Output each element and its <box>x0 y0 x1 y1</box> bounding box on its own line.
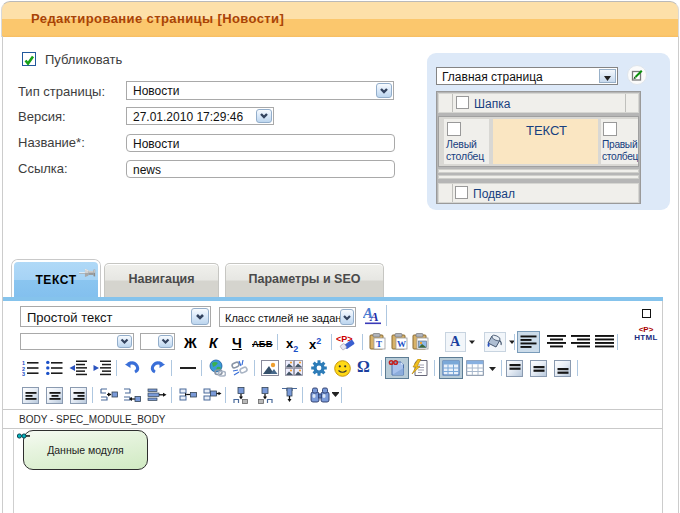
svg-text:T: T <box>376 339 382 349</box>
svg-text:W: W <box>397 339 406 349</box>
svg-text:3: 3 <box>22 371 25 376</box>
svg-text:A: A <box>369 309 379 324</box>
